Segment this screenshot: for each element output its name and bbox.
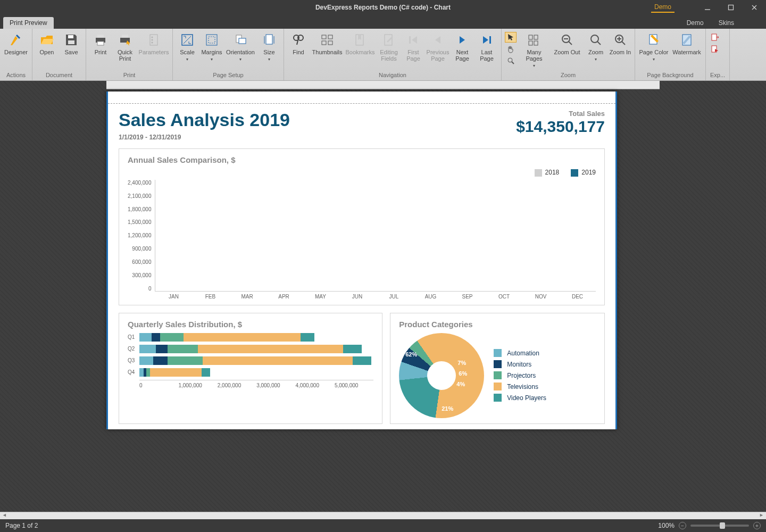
ribbon-cap-export: Exp... — [708, 70, 727, 80]
ribbon-cap-pagebg: Page Background — [637, 70, 703, 80]
annual-sales-panel: Annual Sales Comparison, $ 2018 2019 2,4… — [119, 148, 605, 305]
print-button[interactable]: Print — [88, 31, 113, 70]
tab-skins[interactable]: Skins — [719, 19, 734, 27]
save-button[interactable]: Save — [59, 31, 84, 70]
ribbon-cap-pagesetup: Page Setup — [175, 70, 281, 80]
zoom-control: 100% − + — [658, 522, 761, 529]
svg-rect-19 — [239, 38, 246, 44]
find-button[interactable]: Find — [286, 31, 311, 70]
annual-sales-title: Annual Sales Comparison, $ — [128, 155, 596, 164]
print-icon — [93, 32, 109, 48]
svg-rect-16 — [206, 35, 217, 45]
quarterly-bars: Q1Q2Q3Q4 — [128, 333, 373, 377]
svg-line-44 — [622, 41, 625, 45]
svg-rect-37 — [534, 41, 538, 45]
horizontal-ruler — [106, 81, 660, 89]
status-zoom-value: 100% — [658, 522, 675, 529]
categories-panel: Product Categories 62% 21% 7% 6% 4% Auto… — [390, 313, 605, 424]
demo-label-top[interactable]: Demo — [651, 2, 675, 13]
annual-plot — [155, 180, 596, 292]
bookmarks-icon — [352, 32, 368, 48]
magnifier-tool[interactable] — [505, 55, 517, 66]
svg-rect-8 — [97, 41, 104, 45]
total-sales-value: $14,350,177 — [516, 118, 605, 136]
zoom-plus-button[interactable]: + — [753, 522, 761, 529]
workspace[interactable]: Sales Analysis 2019 1/1/2019 - 12/31/201… — [0, 81, 766, 512]
orientation-icon — [232, 32, 248, 48]
tab-row: Print Preview Demo Skins — [0, 15, 766, 29]
page-color-button[interactable]: Page Color▾ — [637, 31, 670, 70]
open-icon — [39, 32, 55, 48]
orientation-button[interactable]: Orientation▾ — [224, 31, 257, 70]
zoom-in-icon — [612, 32, 628, 48]
svg-rect-27 — [328, 41, 332, 45]
title-bar: DevExpress Reports Demo (C# code) - Char… — [0, 0, 766, 15]
open-button[interactable]: Open — [35, 31, 59, 70]
svg-point-14 — [152, 42, 153, 44]
last-page-button[interactable]: Last Page — [474, 31, 499, 70]
donut-chart: 62% 21% 7% 6% 4% — [399, 333, 484, 418]
zoom-in-button[interactable]: Zoom In — [608, 31, 632, 70]
ribbon: Designer Actions Open Save Document Prin… — [0, 29, 766, 81]
scale-button[interactable]: Scale▾ — [175, 31, 199, 70]
watermark-button[interactable]: Watermark — [670, 31, 703, 70]
annual-x-axis: JANFEBMARAPRMAYJUNJULAUGSEPOCTNOVDEC — [155, 292, 596, 300]
first-page-icon — [405, 32, 421, 48]
svg-rect-25 — [328, 35, 332, 39]
hand-tool[interactable] — [505, 44, 517, 54]
find-icon — [290, 32, 306, 48]
horizontal-scrollbar[interactable] — [0, 512, 766, 519]
parameters-icon — [146, 32, 162, 48]
maximize-button[interactable] — [719, 0, 743, 15]
tab-demo[interactable]: Demo — [687, 19, 704, 27]
page-color-icon — [646, 32, 662, 48]
svg-rect-34 — [529, 35, 532, 39]
svg-rect-24 — [322, 35, 326, 39]
zoom-out-button[interactable]: Zoom Out — [551, 31, 584, 70]
export-to-button[interactable] — [709, 32, 721, 43]
prev-page-button: Previous Page — [426, 31, 450, 70]
svg-point-13 — [152, 39, 153, 41]
annual-y-axis: 2,400,0002,100,0001,800,0001,500,0001,20… — [128, 180, 155, 292]
save-icon — [63, 32, 79, 48]
editing-fields-button: Editing Fields — [377, 31, 401, 70]
first-page-button: First Page — [401, 31, 426, 70]
thumbnails-button[interactable]: Thumbnails — [311, 31, 344, 70]
margins-icon — [204, 32, 220, 48]
pointer-tool[interactable] — [505, 32, 517, 43]
ribbon-cap-print: Print — [88, 70, 170, 80]
tab-print-preview[interactable]: Print Preview — [3, 17, 54, 29]
many-pages-icon — [526, 32, 542, 48]
zoom-slider[interactable] — [690, 525, 749, 527]
report-page: Sales Analysis 2019 1/1/2019 - 12/31/201… — [106, 92, 617, 429]
zoom-minus-button[interactable]: − — [679, 522, 686, 529]
categories-legend: AutomationMonitorsProjectorsTelevisionsV… — [494, 346, 546, 405]
send-button[interactable] — [709, 44, 721, 54]
designer-button[interactable]: Designer — [2, 31, 30, 70]
next-page-button[interactable]: Next Page — [450, 31, 474, 70]
svg-line-23 — [297, 40, 298, 45]
many-pages-button[interactable]: Many Pages▾ — [518, 31, 551, 70]
minimize-button[interactable] — [696, 0, 719, 15]
close-button[interactable] — [743, 0, 766, 15]
svg-rect-31 — [489, 36, 491, 44]
scale-icon — [179, 32, 195, 48]
ribbon-cap-document: Document — [35, 70, 84, 80]
zoom-button[interactable]: Zoom▾ — [584, 31, 608, 70]
svg-rect-36 — [529, 41, 532, 45]
svg-point-41 — [591, 35, 598, 43]
margins-button[interactable]: Margins▾ — [199, 31, 224, 70]
quarterly-panel: Quarterly Sales Distribution, $ Q1Q2Q3Q4… — [119, 313, 382, 424]
watermark-icon — [679, 32, 695, 48]
svg-rect-10 — [122, 35, 128, 38]
annual-legend: 2018 2019 — [128, 169, 596, 177]
svg-line-33 — [512, 62, 514, 64]
svg-rect-50 — [712, 34, 717, 40]
svg-rect-1 — [729, 5, 734, 10]
quarterly-title: Quarterly Sales Distribution, $ — [128, 320, 373, 329]
svg-rect-5 — [68, 40, 74, 44]
ribbon-cap-navigation: Navigation — [286, 70, 499, 80]
size-button[interactable]: Size▾ — [257, 31, 281, 70]
ribbon-cap-zoom: Zoom — [504, 70, 632, 80]
quick-print-button[interactable]: Quick Print — [113, 31, 137, 70]
